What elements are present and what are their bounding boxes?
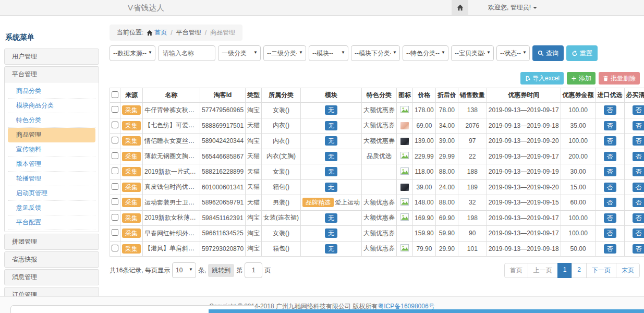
must-buy-toggle[interactable]: 否 (633, 228, 644, 238)
item-type-select[interactable]: --宝贝类型-- (451, 45, 494, 61)
row-checkbox[interactable] (112, 137, 118, 143)
product-name: 2019新款一片式系... (143, 164, 200, 180)
row-checkbox[interactable] (112, 167, 118, 174)
module-badge: 无 (325, 167, 337, 176)
imported-toggle[interactable]: 否 (604, 198, 616, 207)
breadcrumb-home-icon (147, 30, 153, 36)
source-badge: 采集 (122, 183, 141, 192)
source-badge: 采集 (122, 244, 141, 254)
sidebar-item-9[interactable]: 平台配置 (8, 215, 95, 230)
module-subcategory-select[interactable]: --模块下分类-- (351, 45, 400, 61)
page-size-select[interactable]: 10 (172, 262, 196, 278)
price: 69.00 (413, 118, 436, 134)
select-all-checkbox[interactable] (112, 91, 118, 98)
batch-delete-button[interactable]: 批量删除 (599, 72, 640, 85)
imported-toggle[interactable]: 否 (604, 244, 616, 254)
sidebar-item-6[interactable]: 轮播管理 (8, 172, 95, 186)
coupon-time: 2019-09-13—2019-09-18 (487, 118, 561, 134)
sidebar-item-7[interactable]: 启动页管理 (8, 186, 95, 201)
product-name: 【七色纺】可爱纯棉家... (143, 118, 200, 134)
imported-toggle[interactable]: 否 (604, 213, 616, 223)
discount-price: 88.00 (435, 195, 458, 211)
must-buy-toggle[interactable]: 否 (633, 213, 644, 223)
module-badge: 无 (325, 228, 337, 238)
page-button-0: 首页 (504, 263, 528, 278)
must-buy-toggle[interactable]: 否 (633, 244, 644, 254)
sidebar-group-1[interactable]: 平台管理 (5, 67, 99, 82)
must-buy-toggle[interactable]: 否 (633, 121, 644, 130)
source-badge: 采集 (122, 167, 141, 176)
level2-category-select[interactable]: --二级分类-- (263, 45, 306, 61)
search-button[interactable]: 查询 (532, 45, 564, 61)
jump-page-input[interactable] (245, 262, 262, 278)
must-buy-toggle[interactable]: 否 (633, 105, 644, 115)
row-checkbox[interactable] (112, 152, 118, 159)
feature-category-select[interactable]: --特色分类-- (403, 45, 448, 61)
icon-cell (397, 179, 413, 195)
sidebar-item-5[interactable]: 版本管理 (8, 157, 95, 172)
product-name: 真皮钱包时尚优雅女士... (143, 179, 200, 195)
breadcrumb-home-link[interactable]: 首页 (154, 28, 167, 37)
row-checkbox[interactable] (112, 214, 118, 221)
must-buy-toggle[interactable]: 否 (633, 183, 644, 192)
must-buy-toggle[interactable]: 否 (633, 167, 644, 176)
sidebar-item-0[interactable]: 商品分类 (8, 84, 95, 99)
price: 169.90 (413, 210, 436, 226)
module-badge: 无 (325, 152, 337, 161)
must-buy-toggle[interactable]: 否 (633, 198, 644, 207)
sidebar-group-3[interactable]: 省惠快报 (5, 252, 99, 267)
row-checkbox[interactable] (112, 106, 118, 113)
level1-category-select[interactable]: 一级分类 (218, 45, 261, 61)
must-buy-toggle[interactable]: 否 (633, 152, 644, 161)
col-header-3: 类型 (246, 88, 262, 103)
imported-toggle[interactable]: 否 (604, 183, 616, 192)
sidebar-item-4[interactable]: 宣传物料 (8, 142, 95, 157)
pagination-summary: 共16条记录, 每页显示 10 条, 跳转到 第 页 (110, 262, 271, 278)
feature-category: 大额优惠券 (362, 195, 397, 211)
taoke-id: 601000601341 (200, 179, 246, 195)
table-row: 采集早春网红针织外套女春...596611634525淘宝女装()无大额优惠券1… (110, 226, 644, 242)
data-source-select[interactable]: --数据来源-- (110, 45, 155, 61)
status-select[interactable]: --状态-- (496, 45, 530, 61)
imported-toggle[interactable]: 否 (604, 136, 616, 146)
imported-toggle[interactable]: 否 (604, 167, 616, 176)
sidebar-item-1[interactable]: 模块商品分类 (8, 99, 95, 113)
page-button-3[interactable]: 2 (572, 263, 587, 278)
page-button-4[interactable]: 下一页 (586, 263, 616, 278)
table-row: 采集2019新款一片式系...588216228899天猫女装()无118.00… (110, 164, 644, 180)
coupon-amount: 50.00 (561, 241, 596, 257)
module-cell: 无 (301, 241, 362, 257)
row-checkbox[interactable] (112, 198, 118, 205)
sidebar-item-3[interactable]: 商品管理 (8, 128, 95, 142)
sidebar-group-4[interactable]: 消息管理 (5, 270, 99, 285)
name-input[interactable] (158, 45, 215, 61)
feature-category: 大额优惠券 (362, 118, 397, 134)
imported-toggle[interactable]: 否 (604, 105, 616, 115)
module-select[interactable]: --模块-- (309, 45, 348, 61)
row-checkbox[interactable] (112, 229, 118, 236)
icp-link[interactable]: 粤ICP备16098006号 (378, 303, 434, 310)
imported-toggle[interactable]: 否 (604, 121, 616, 130)
imported-toggle[interactable]: 否 (604, 152, 616, 161)
reset-button[interactable]: 重置 (566, 45, 598, 61)
row-checkbox[interactable] (112, 245, 118, 251)
sidebar-item-8[interactable]: 意见反馈 (8, 201, 95, 215)
imported-toggle[interactable]: 否 (604, 228, 616, 238)
refresh-icon (572, 50, 578, 56)
row-checkbox[interactable] (112, 122, 118, 128)
sidebar-group-0[interactable]: 用户管理 (5, 49, 99, 64)
sidebar-group-2[interactable]: 拼团管理 (5, 234, 99, 249)
must-buy-toggle[interactable]: 否 (633, 136, 644, 146)
home-button[interactable] (452, 0, 468, 15)
add-button[interactable]: 添加 (567, 72, 596, 85)
sidebar-item-2[interactable]: 特色分类 (8, 113, 95, 128)
user-menu[interactable]: 欢迎您, 管理员! (488, 3, 537, 12)
row-checkbox[interactable] (112, 183, 118, 190)
page-button-5[interactable]: 末页 (616, 263, 640, 278)
coupon-amount: 100.00 (561, 226, 596, 242)
page-button-2[interactable]: 1 (557, 263, 573, 278)
import-excel-button[interactable]: 导入excel (520, 72, 564, 85)
product-image-icon (400, 152, 409, 159)
jump-button[interactable]: 跳转到 (208, 264, 234, 277)
bottom-scrollbar[interactable] (209, 309, 644, 313)
